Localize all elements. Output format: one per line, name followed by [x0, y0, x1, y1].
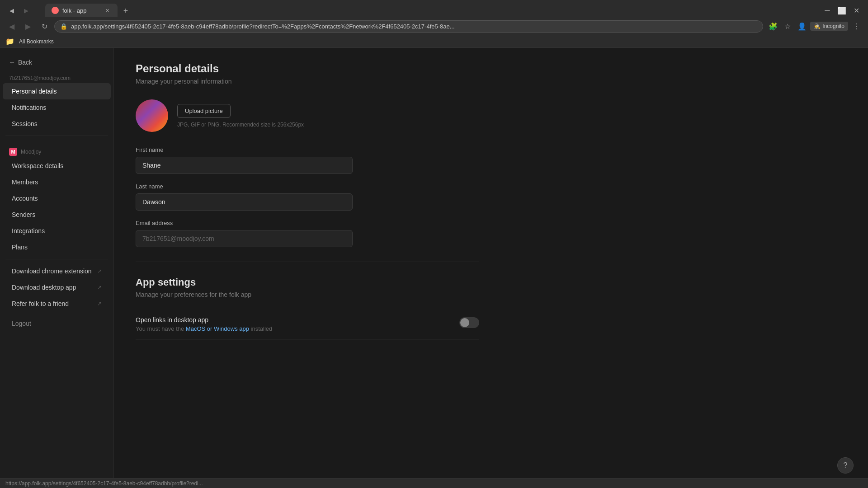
address-bar[interactable]: 🔒 app.folk.app/settings/4f652405-2c17-4f… [54, 20, 763, 33]
extension-btn[interactable]: 🧩 [767, 20, 779, 33]
sidebar-item-sessions-label: Sessions [12, 120, 38, 127]
download-chrome-label: Download chrome extension [12, 267, 92, 275]
sidebar-item-personal-details-label: Personal details [12, 88, 57, 95]
browser-chrome: ◀ ▶ folk - app ✕ + ─ ⬜ ✕ ◀ ▶ ↻ 🔒 app.fol… [0, 0, 868, 48]
help-button[interactable]: ? [837, 457, 854, 474]
page-subtitle: Manage your personal information [136, 78, 846, 85]
open-links-desc-prefix: You must have the [136, 325, 186, 332]
tab-label: folk - app [62, 7, 99, 14]
tab-bar: folk - app ✕ + [40, 4, 137, 17]
email-label: Email address [136, 220, 353, 226]
minimize-btn[interactable]: ─ [821, 4, 834, 17]
avatar [136, 99, 168, 132]
app-layout: ← Back 7b217651@moodjoy.com Personal det… [0, 48, 868, 488]
status-bar: https://app.folk.app/settings/4f652405-2… [0, 478, 868, 488]
sidebar-item-integrations[interactable]: Integrations [3, 223, 111, 239]
sidebar-item-workspace-details[interactable]: Workspace details [3, 158, 111, 174]
sidebar-item-notifications-label: Notifications [12, 104, 46, 111]
sidebar-item-refer-friend[interactable]: Refer folk to a friend ↗ [3, 296, 111, 312]
sidebar: ← Back 7b217651@moodjoy.com Personal det… [0, 48, 114, 488]
avatar-image [136, 99, 168, 132]
logout-link[interactable]: Logout [3, 315, 111, 332]
forward-btn[interactable]: ▶ [22, 20, 34, 33]
tab-favicon [52, 7, 59, 14]
sidebar-item-accounts[interactable]: Accounts [3, 190, 111, 206]
external-link-icon-2: ↗ [97, 284, 102, 291]
incognito-label: Incognito [822, 23, 844, 29]
back-icon: ← [9, 59, 15, 66]
sidebar-item-download-chrome[interactable]: Download chrome extension ↗ [3, 263, 111, 279]
nav-right-buttons: 🧩 ☆ 👤 🕵 Incognito ⋮ [767, 20, 863, 33]
open-links-info: Open links in desktop app You must have … [136, 316, 450, 332]
sidebar-item-sessions[interactable]: Sessions [3, 116, 111, 132]
main-content: Personal details Manage your personal in… [114, 48, 868, 488]
refer-friend-label: Refer folk to a friend [12, 300, 69, 307]
sidebar-item-senders-label: Senders [12, 211, 35, 218]
title-bar: ◀ ▶ folk - app ✕ + ─ ⬜ ✕ [0, 0, 868, 17]
bookmarks-label[interactable]: All Bookmarks [16, 38, 57, 46]
external-link-icon-1: ↗ [97, 268, 102, 274]
profile-btn[interactable]: 👤 [796, 20, 808, 33]
nav-forward-btn[interactable]: ▶ [20, 4, 33, 17]
open-links-description: You must have the MacOS or Windows app i… [136, 325, 450, 332]
last-name-label: Last name [136, 183, 353, 190]
sidebar-item-personal-details[interactable]: Personal details [3, 83, 111, 99]
avatar-hint: JPG, GIF or PNG. Recommended size is 256… [177, 122, 304, 128]
back-label: Back [18, 59, 32, 66]
bookmarks-folder-icon: 📁 [5, 37, 14, 46]
sidebar-item-integrations-label: Integrations [12, 227, 45, 235]
lock-icon: 🔒 [60, 23, 67, 30]
sidebar-item-workspace-details-label: Workspace details [12, 162, 63, 169]
open-links-label: Open links in desktop app [136, 316, 450, 324]
back-link[interactable]: ← Back [0, 55, 113, 73]
sidebar-divider-1 [5, 136, 108, 136]
sidebar-item-members-label: Members [12, 178, 38, 186]
sidebar-item-notifications[interactable]: Notifications [3, 99, 111, 116]
sidebar-item-senders[interactable]: Senders [3, 206, 111, 223]
macos-windows-link[interactable]: MacOS or Windows app [186, 325, 249, 332]
incognito-icon: 🕵 [814, 23, 821, 29]
sidebar-email: 7b217651@moodjoy.com [0, 73, 113, 83]
upload-picture-button[interactable]: Upload picture [177, 104, 231, 118]
help-icon: ? [844, 461, 848, 469]
menu-btn[interactable]: ⋮ [850, 20, 863, 33]
sidebar-item-download-desktop[interactable]: Download desktop app ↗ [3, 279, 111, 296]
email-input[interactable] [136, 230, 353, 247]
sidebar-item-accounts-label: Accounts [12, 195, 38, 202]
bookmarks-bar: 📁 All Bookmarks [0, 35, 868, 48]
sidebar-item-members[interactable]: Members [3, 174, 111, 190]
tab-close-btn[interactable]: ✕ [103, 6, 111, 14]
workspace-icon: M [9, 148, 17, 156]
bookmark-btn[interactable]: ☆ [781, 20, 794, 33]
refresh-btn[interactable]: ↻ [38, 20, 51, 33]
page-title: Personal details [136, 62, 846, 75]
email-group: Email address [136, 220, 353, 247]
profile-section: Upload picture JPG, GIF or PNG. Recommen… [136, 99, 846, 132]
sidebar-item-plans-label: Plans [12, 244, 28, 251]
download-desktop-label: Download desktop app [12, 284, 76, 291]
open-links-desc-suffix: installed [249, 325, 272, 332]
external-link-icon-3: ↗ [97, 300, 102, 307]
address-text: app.folk.app/settings/4f652405-2c17-4fe5… [71, 23, 455, 30]
incognito-badge: 🕵 Incognito [810, 22, 848, 31]
open-links-toggle[interactable] [459, 317, 479, 328]
nav-bar: ◀ ▶ ↻ 🔒 app.folk.app/settings/4f652405-2… [0, 17, 868, 35]
close-btn[interactable]: ✕ [850, 4, 863, 17]
maximize-btn[interactable]: ⬜ [835, 4, 848, 17]
sidebar-item-plans[interactable]: Plans [3, 239, 111, 255]
last-name-group: Last name [136, 183, 353, 211]
app-settings-title: App settings [136, 277, 846, 288]
new-tab-btn[interactable]: + [119, 5, 132, 17]
nav-back-btn[interactable]: ◀ [5, 4, 18, 17]
avatar-info: Upload picture JPG, GIF or PNG. Recommen… [177, 104, 304, 128]
status-url: https://app.folk.app/settings/4f652405-2… [5, 480, 203, 487]
open-links-setting: Open links in desktop app You must have … [136, 309, 479, 340]
workspace-name: Moodjoy [21, 149, 41, 155]
back-btn[interactable]: ◀ [5, 20, 18, 33]
last-name-input[interactable] [136, 193, 353, 211]
toggle-knob [460, 318, 469, 327]
first-name-input[interactable] [136, 157, 353, 174]
active-tab[interactable]: folk - app ✕ [45, 4, 118, 17]
app-settings-subtitle: Manage your preferences for the folk app [136, 291, 846, 298]
workspace-header: M Moodjoy [0, 143, 113, 158]
